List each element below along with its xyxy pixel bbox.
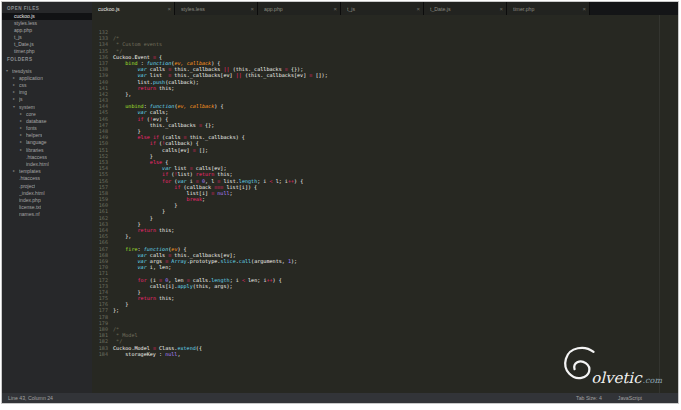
tree-item-label: application xyxy=(19,75,43,81)
code-token xyxy=(113,184,174,190)
code-token: } xyxy=(113,289,141,295)
syntax-indicator[interactable]: JavaScript xyxy=(618,395,642,401)
tab-timer.php[interactable]: timer.php× xyxy=(507,2,590,15)
tab-styles.less[interactable]: styles.less× xyxy=(175,2,258,15)
tab-label: cuckoo.js xyxy=(98,6,167,12)
code-token: (arguments, xyxy=(251,258,288,264)
code-area[interactable]: 132133/*134 * Custom events135 */136Cuck… xyxy=(92,29,678,357)
code-token: calls. xyxy=(190,277,211,283)
tab-close-icon[interactable]: × xyxy=(167,6,171,12)
code-token: for xyxy=(162,178,171,184)
file-license.txt[interactable]: license.txt xyxy=(2,204,92,211)
folder-css[interactable]: ▸css xyxy=(2,81,92,88)
folder-language[interactable]: ▸language xyxy=(2,139,92,146)
editor-pane[interactable]: 132133/*134 * Custom events135 */136Cuck… xyxy=(92,15,678,393)
code-token: {}); xyxy=(288,66,303,72)
folder-application[interactable]: ▸application xyxy=(2,74,92,81)
chevron-right-icon: ▸ xyxy=(20,112,24,116)
code-token: i xyxy=(187,178,196,184)
open-file-app.php[interactable]: app.php xyxy=(2,27,92,34)
code-token xyxy=(113,277,138,283)
code-token: null xyxy=(165,351,177,357)
tree-item-label: index.html xyxy=(26,161,49,167)
folder-helpers[interactable]: ▸helpers xyxy=(2,132,92,139)
code-token: Cuckoo.Event xyxy=(113,54,153,60)
file-.htaccess[interactable]: .htaccess xyxy=(2,175,92,182)
chevron-right-icon: ▸ xyxy=(20,119,24,123)
code-token xyxy=(113,134,138,140)
tree-item-label: js xyxy=(19,96,23,102)
code-token: bind xyxy=(125,60,137,66)
tab-close-icon[interactable]: × xyxy=(333,6,337,12)
code-token: list[i] xyxy=(113,190,211,196)
tab-t_Date.js[interactable]: t_Date.js× xyxy=(424,2,507,15)
file-.htaccess[interactable]: .htaccess xyxy=(2,153,92,160)
tree-item-label: helpers xyxy=(26,132,42,138)
folder-fonts[interactable]: ▸fonts xyxy=(2,125,92,132)
tab-close-icon[interactable]: × xyxy=(250,6,254,12)
folder-database[interactable]: ▸database xyxy=(2,117,92,124)
code-token: { xyxy=(156,54,162,60)
open-file-styles.less[interactable]: styles.less xyxy=(2,20,92,27)
tab-close-icon[interactable]: × xyxy=(416,6,420,12)
code-token xyxy=(113,72,138,78)
tab-close-icon[interactable]: × xyxy=(499,6,503,12)
folder-libraries[interactable]: ▸libraries xyxy=(2,146,92,153)
code-token: var xyxy=(138,264,147,270)
file-_index.html[interactable]: _index.html xyxy=(2,189,92,196)
code-token: list) xyxy=(177,171,195,177)
tab-cuckoo.js[interactable]: cuckoo.js× xyxy=(92,2,175,15)
folder-templates[interactable]: ▸templates xyxy=(2,168,92,175)
code-token: function xyxy=(147,60,172,66)
code-editor-window: OPEN FILES cuckoo.jsstyles.lessapp.phpt_… xyxy=(1,1,679,404)
tab-app.php[interactable]: app.php× xyxy=(258,2,341,15)
tab-size-indicator[interactable]: Tab Size: 4 xyxy=(576,395,602,401)
folder-tresdysis[interactable]: ▾tresdysis xyxy=(2,67,92,74)
tab-t_js[interactable]: t_js× xyxy=(341,2,424,15)
folder-img[interactable]: ▸img xyxy=(2,89,92,96)
file-names.nf[interactable]: names.nf xyxy=(2,211,92,218)
code-token: var xyxy=(138,252,147,258)
open-file-timer.php[interactable]: timer.php xyxy=(2,48,92,55)
code-token xyxy=(113,103,125,109)
code-line-content: }, xyxy=(113,233,131,239)
file-index.html[interactable]: index.html xyxy=(2,160,92,167)
code-token: slice xyxy=(220,258,235,264)
chevron-right-icon: ▸ xyxy=(13,83,17,87)
code-token: , l xyxy=(205,178,217,184)
code-token: for xyxy=(138,277,147,283)
code-token: (calls xyxy=(159,134,184,140)
folder-js[interactable]: ▸js xyxy=(2,96,92,103)
minimap[interactable] xyxy=(659,15,678,393)
code-token: * Custom events xyxy=(113,41,162,47)
statusbar-right: Tab Size: 4 JavaScript xyxy=(576,395,642,401)
code-token: return xyxy=(138,85,156,91)
file-index.php[interactable]: index.php xyxy=(2,196,92,203)
chevron-right-icon: ▸ xyxy=(20,140,24,144)
code-token: (this._callbacks xyxy=(230,66,285,72)
chevron-down-icon: ▾ xyxy=(6,69,10,73)
code-token: []; xyxy=(196,147,208,153)
tab-close-icon[interactable]: × xyxy=(582,6,586,12)
code-token: , xyxy=(177,351,180,357)
code-token: : xyxy=(138,60,147,66)
file-.project[interactable]: .project xyxy=(2,182,92,189)
code-token: call xyxy=(239,258,251,264)
code-token: (i xyxy=(147,277,159,283)
code-token: length xyxy=(211,277,229,283)
code-token: list[i]) { xyxy=(223,184,257,190)
code-token xyxy=(113,85,138,91)
open-files-header: OPEN FILES xyxy=(2,4,92,13)
code-token: list. xyxy=(113,79,153,85)
folder-core[interactable]: ▸core xyxy=(2,110,92,117)
open-file-cuckoo.js[interactable]: cuckoo.js xyxy=(2,13,92,20)
code-line-content: }, xyxy=(113,91,131,97)
code-token: (callback xyxy=(180,184,214,190)
folder-system[interactable]: ▾system xyxy=(2,103,92,110)
code-token: calls[i]. xyxy=(113,283,177,289)
open-file-t_Date.js[interactable]: t_Date.js xyxy=(2,41,92,48)
code-token: storageKey : xyxy=(113,351,165,357)
code-token xyxy=(113,178,162,184)
open-file-t_js[interactable]: t_js xyxy=(2,34,92,41)
code-token: function xyxy=(144,246,169,252)
